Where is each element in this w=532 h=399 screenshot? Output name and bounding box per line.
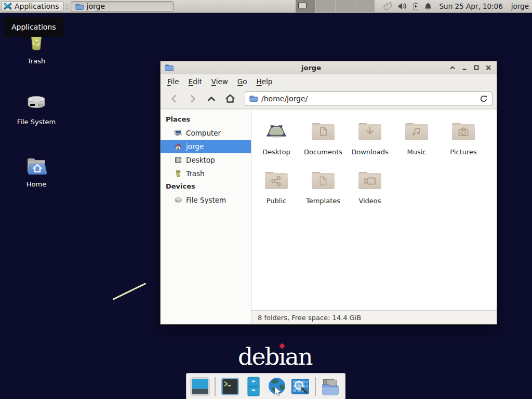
desktop-icon-file-system[interactable]: File System <box>11 90 61 126</box>
folder-documents-icon <box>311 117 336 144</box>
toolbar: /home/jorge/ <box>161 88 497 109</box>
menu-view[interactable]: View <box>207 76 233 87</box>
directory-menu-launcher[interactable] <box>320 376 341 397</box>
window-titlebar[interactable]: jorge <box>161 61 497 74</box>
volume-icon[interactable] <box>398 2 407 10</box>
dock-panel <box>186 373 345 399</box>
show-desktop-button[interactable] <box>190 376 210 397</box>
close-button[interactable] <box>484 63 493 72</box>
xfce-logo-icon <box>4 2 12 10</box>
location-bar[interactable]: /home/jorge/ <box>245 91 493 106</box>
show-desktop-icon <box>190 376 210 397</box>
workspace-4[interactable] <box>355 0 375 13</box>
window-icon <box>165 64 174 71</box>
battery-icon[interactable] <box>412 2 419 10</box>
file-label: Templates <box>306 197 340 205</box>
menu-help[interactable]: Help <box>252 76 277 87</box>
folder-videos-icon <box>357 166 382 193</box>
shade-button[interactable] <box>448 63 457 72</box>
window-content: Places Computer <box>161 110 497 324</box>
sidebar-item-file-system[interactable]: File System <box>161 193 251 207</box>
up-button[interactable] <box>202 91 221 107</box>
sidebar-item-desktop[interactable]: Desktop <box>161 153 251 167</box>
sidebar: Places Computer <box>161 110 251 324</box>
web-browser-launcher[interactable] <box>267 376 287 397</box>
hard-drive-icon <box>24 90 49 115</box>
applications-tooltip: Applications <box>4 17 63 37</box>
file-label: Desktop <box>262 148 290 156</box>
sidebar-item-computer[interactable]: Computer <box>161 126 251 140</box>
menu-edit[interactable]: Edit <box>184 76 207 87</box>
file-label: Downloads <box>351 148 388 156</box>
reload-icon[interactable] <box>480 95 488 103</box>
folder-pictures-icon <box>451 117 476 144</box>
taskbar-window-label: jorge <box>87 2 105 10</box>
folder-icon <box>249 95 258 102</box>
desktop-icon-label: Home <box>26 180 46 188</box>
file-view[interactable]: Desktop Documents <box>251 110 497 324</box>
status-text: 8 folders, Free space: 14.4 GiB <box>258 314 361 322</box>
file-cabinet-icon <box>243 376 264 397</box>
folders-icon <box>320 376 341 397</box>
app-finder-launcher[interactable] <box>290 376 311 397</box>
location-path[interactable]: /home/jorge/ <box>261 95 476 103</box>
panel-grip[interactable] <box>66 2 69 11</box>
input-device-icon[interactable] <box>382 2 393 11</box>
terminal-icon <box>220 376 241 397</box>
workspace-switcher <box>296 0 375 13</box>
menu-file[interactable]: File <box>163 76 184 87</box>
file-public[interactable]: Public <box>253 166 300 205</box>
system-tray <box>382 2 432 11</box>
file-grid: Desktop Documents <box>251 110 497 205</box>
app-finder-icon <box>290 376 311 397</box>
file-templates[interactable]: Templates <box>300 166 347 205</box>
file-videos[interactable]: Videos <box>347 166 393 205</box>
taskbar-window-button[interactable]: jorge <box>71 1 174 12</box>
workspace-3[interactable] <box>335 0 355 13</box>
top-panel: Applications jorge <box>0 0 532 13</box>
folder-icon <box>75 3 84 10</box>
workspace-2[interactable] <box>315 0 335 13</box>
debian-logo-text: an <box>285 343 312 370</box>
folder-public-icon <box>264 166 289 193</box>
menu-go[interactable]: Go <box>233 76 252 87</box>
cursor-artifact-line <box>112 283 146 300</box>
folder-downloads-icon <box>357 117 382 144</box>
file-pictures[interactable]: Pictures <box>440 117 487 156</box>
notifications-bell-icon[interactable] <box>424 2 432 10</box>
hard-drive-icon <box>174 196 182 204</box>
debian-logo-text: deb <box>238 343 278 370</box>
sidebar-item-jorge[interactable]: jorge <box>161 140 251 153</box>
file-desktop[interactable]: Desktop <box>253 117 300 156</box>
back-button[interactable] <box>165 91 183 107</box>
folder-music-icon <box>404 117 429 144</box>
terminal-launcher[interactable] <box>220 376 241 397</box>
file-documents[interactable]: Documents <box>300 117 347 156</box>
sidebar-item-trash[interactable]: Trash <box>161 167 251 180</box>
places-header: Places <box>161 113 251 126</box>
dock-separator <box>315 377 316 396</box>
devices-header: Devices <box>161 180 251 193</box>
sidebar-item-label: Trash <box>186 169 205 178</box>
home-button[interactable] <box>221 91 240 107</box>
maximize-button[interactable] <box>472 63 481 72</box>
file-manager-launcher[interactable] <box>243 376 264 397</box>
applications-menu-button[interactable]: Applications <box>1 1 64 12</box>
panel-clock[interactable]: Sun 25 Apr, 10:06 <box>440 2 503 10</box>
desktop-surface-icon <box>264 117 289 144</box>
desktop: Applications jorge <box>0 0 532 399</box>
desktop-icon-home[interactable]: Home <box>11 152 61 188</box>
file-music[interactable]: Music <box>393 117 440 156</box>
file-downloads[interactable]: Downloads <box>347 117 393 156</box>
desktop-icon-label: Trash <box>28 57 45 65</box>
status-bar: 8 folders, Free space: 14.4 GiB <box>251 310 497 324</box>
desktop-icon-label: File System <box>17 118 56 126</box>
forward-button[interactable] <box>183 91 202 107</box>
workspace-1[interactable] <box>296 0 315 13</box>
home-icon <box>174 142 182 151</box>
computer-icon <box>174 129 182 137</box>
workspace-window-preview <box>298 3 307 8</box>
sidebar-item-label: jorge <box>186 142 204 151</box>
minimize-button[interactable] <box>460 63 469 72</box>
file-label: Pictures <box>450 148 476 156</box>
